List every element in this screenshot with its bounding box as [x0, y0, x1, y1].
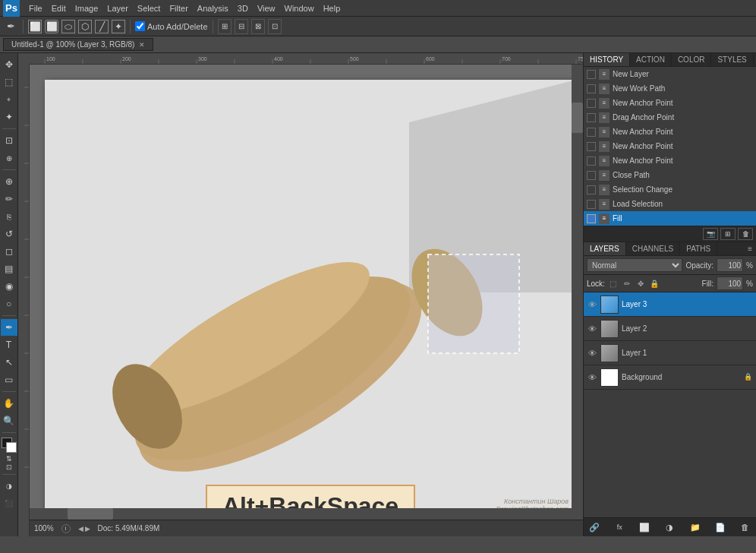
- lock-transparency-icon[interactable]: ⬚: [608, 278, 619, 289]
- tool-zoom[interactable]: 🔍: [1, 412, 17, 429]
- nav-next-btn[interactable]: ▶: [85, 525, 90, 532]
- options-btn-1[interactable]: ⊞: [218, 19, 232, 34]
- tool-crop[interactable]: ⊡: [1, 132, 17, 149]
- layer2-eye[interactable]: 👁: [587, 324, 597, 334]
- menu-window[interactable]: Window: [280, 0, 319, 17]
- canvas[interactable]: Alt+BackSpace Константин Шаров DrawingPh…: [45, 80, 576, 520]
- document-tab-close[interactable]: ✕: [139, 41, 145, 49]
- auto-add-delete-checkbox[interactable]: [135, 21, 145, 31]
- tool-hand[interactable]: ✋: [1, 395, 17, 412]
- lock-position-icon[interactable]: ✥: [635, 278, 646, 289]
- lock-pixels-icon[interactable]: ✏: [622, 278, 632, 289]
- menu-filter[interactable]: Filter: [165, 0, 192, 17]
- switch-colors-icon[interactable]: ⇅: [6, 455, 12, 463]
- menu-help[interactable]: Help: [319, 0, 345, 17]
- document-tab[interactable]: Untitled-1 @ 100% (Layer 3, RGB/8) ✕: [3, 38, 153, 51]
- delete-layer-btn[interactable]: 🗑: [738, 520, 753, 534]
- history-item-anchor-1[interactable]: ≡ New Anchor Point: [584, 96, 756, 110]
- group-layers-btn[interactable]: 📁: [688, 520, 703, 534]
- tool-clone[interactable]: ⎘: [1, 208, 17, 225]
- background-color[interactable]: [6, 442, 17, 453]
- nav-prev-btn[interactable]: ◀: [78, 525, 83, 532]
- tab-styles[interactable]: STYLES: [711, 53, 753, 66]
- history-item-fill[interactable]: ≡ Fill: [584, 211, 756, 226]
- blend-mode-select[interactable]: Normal Dissolve Multiply Screen Overlay: [587, 258, 682, 272]
- layer3-eye[interactable]: 👁: [587, 299, 597, 310]
- layer-effects-btn[interactable]: fx: [612, 520, 627, 534]
- layer-mask-btn[interactable]: ⬜: [637, 520, 652, 534]
- shape-polygon-btn[interactable]: ⬡: [78, 20, 92, 33]
- options-btn-4[interactable]: ⊡: [268, 19, 282, 34]
- shape-rect-btn[interactable]: ⬜: [28, 20, 42, 33]
- lock-all-icon[interactable]: 🔒: [649, 278, 660, 289]
- tool-pen[interactable]: ✒: [1, 319, 17, 336]
- history-item-new-layer[interactable]: ≡ New Layer: [584, 67, 756, 81]
- menu-3d[interactable]: 3D: [233, 0, 253, 17]
- history-item-anchor-4[interactable]: ≡ New Anchor Point: [584, 153, 756, 168]
- canvas-scroll-vertical[interactable]: [572, 65, 583, 520]
- menu-image[interactable]: Image: [71, 0, 103, 17]
- tool-history-brush[interactable]: ↺: [1, 226, 17, 242]
- history-item-anchor-2[interactable]: ≡ New Anchor Point: [584, 125, 756, 139]
- shape-custom-btn[interactable]: ✦: [112, 20, 125, 33]
- menu-edit[interactable]: Edit: [47, 0, 71, 17]
- tab-color[interactable]: COLOR: [672, 53, 712, 66]
- layers-panel-menu[interactable]: ≡: [744, 242, 756, 255]
- tool-gradient[interactable]: ▤: [1, 261, 17, 277]
- tool-move[interactable]: ✥: [1, 56, 17, 73]
- shape-ellipse-btn[interactable]: ⬭: [61, 20, 75, 33]
- menu-file[interactable]: File: [24, 0, 47, 17]
- opacity-input[interactable]: [717, 258, 743, 272]
- history-state-icon-5: [587, 128, 596, 137]
- fill-input[interactable]: [717, 276, 743, 290]
- default-colors-icon[interactable]: ⊡: [6, 463, 12, 471]
- tool-screenmode[interactable]: ⬛: [1, 495, 17, 512]
- menu-analysis[interactable]: Analysis: [193, 0, 233, 17]
- tool-shape[interactable]: ▭: [1, 371, 17, 388]
- tool-type[interactable]: T: [1, 337, 17, 353]
- background-eye[interactable]: 👁: [587, 372, 597, 383]
- tool-eraser[interactable]: ◻: [1, 243, 17, 260]
- history-snapshot-btn[interactable]: 📷: [703, 228, 718, 240]
- history-item-anchor-3[interactable]: ≡ New Anchor Point: [584, 139, 756, 153]
- layer1-eye[interactable]: 👁: [587, 348, 597, 359]
- new-layer-btn[interactable]: 📄: [713, 520, 728, 534]
- layer-item-background[interactable]: 👁 Background 🔒: [584, 365, 756, 390]
- menu-layer[interactable]: Layer: [102, 0, 133, 17]
- tool-lasso[interactable]: ⌖: [1, 91, 17, 108]
- tab-action[interactable]: ACTION: [630, 53, 672, 66]
- menu-select[interactable]: Select: [133, 0, 165, 17]
- history-item-new-work-path[interactable]: ≡ New Work Path: [584, 81, 756, 96]
- tool-eyedropper[interactable]: ⊕: [1, 150, 17, 166]
- canvas-scroll-horizontal[interactable]: [30, 508, 572, 520]
- tab-layers[interactable]: LAYERS: [584, 242, 626, 255]
- options-btn-2[interactable]: ⊟: [235, 19, 248, 34]
- tool-blur[interactable]: ◉: [1, 278, 17, 295]
- menu-view[interactable]: View: [253, 0, 280, 17]
- link-layers-btn[interactable]: 🔗: [587, 520, 602, 534]
- tool-dodge[interactable]: ○: [1, 295, 17, 312]
- tool-path-select[interactable]: ↖: [1, 354, 17, 371]
- tool-magic-wand[interactable]: ✦: [1, 109, 17, 125]
- tool-healing[interactable]: ⊕: [1, 173, 17, 190]
- history-new-from-state-btn[interactable]: ⊞: [720, 228, 736, 240]
- layer-item-layer1[interactable]: 👁 Layer 1: [584, 341, 756, 365]
- shape-rounded-rect-btn[interactable]: ⬜: [45, 20, 58, 33]
- shape-line-btn[interactable]: ╱: [95, 20, 109, 33]
- history-delete-btn[interactable]: 🗑: [738, 228, 753, 240]
- tab-channels[interactable]: CHANNELS: [626, 242, 680, 255]
- history-item-close-path[interactable]: ≡ Close Path: [584, 168, 756, 182]
- options-btn-3[interactable]: ⊠: [251, 19, 265, 34]
- tool-marquee[interactable]: ⬚: [1, 74, 17, 90]
- tab-history[interactable]: HISTORY: [584, 53, 630, 66]
- tab-paths[interactable]: PATHS: [680, 242, 717, 255]
- tool-brush[interactable]: ✏: [1, 191, 17, 207]
- history-item-drag-anchor[interactable]: ≡ Drag Anchor Point: [584, 110, 756, 125]
- layer-item-layer3[interactable]: 👁 Layer 3: [584, 292, 756, 317]
- history-item-load-selection[interactable]: ≡ Load Selection: [584, 197, 756, 211]
- layers-panel-tabs: LAYERS CHANNELS PATHS ≡: [584, 242, 756, 256]
- layer-item-layer2[interactable]: 👁 Layer 2: [584, 317, 756, 341]
- tool-quickmask[interactable]: ◑: [1, 478, 17, 495]
- history-item-selection-change[interactable]: ≡ Selection Change: [584, 182, 756, 197]
- adjustment-layer-btn[interactable]: ◑: [662, 520, 677, 534]
